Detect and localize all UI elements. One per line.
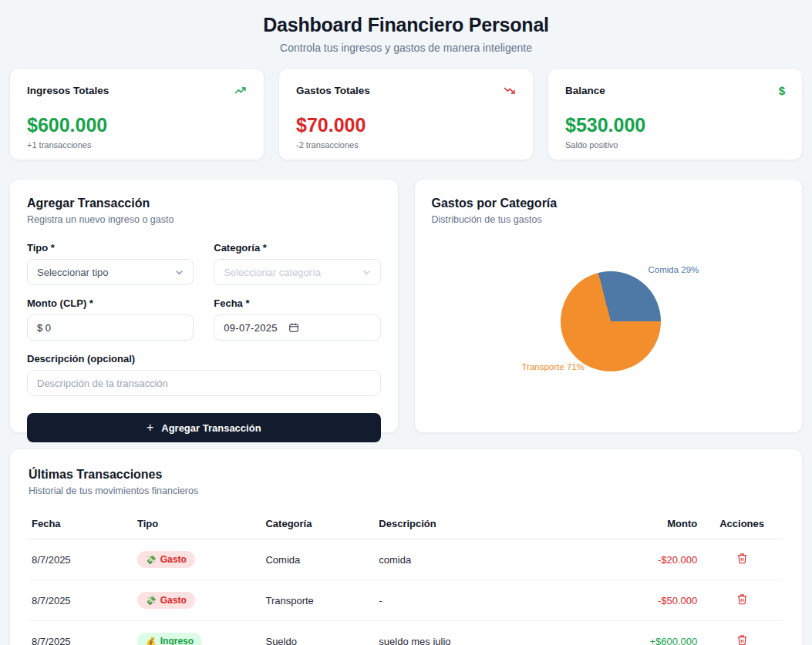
tipo-select[interactable]: Seleccionar tipo	[27, 259, 194, 285]
col-header-categoria: Categoría	[262, 512, 376, 539]
stat-label: Gastos Totales	[296, 85, 370, 96]
pie-label-transporte: Transporte 71%	[522, 362, 585, 371]
cell-acciones	[700, 621, 783, 645]
pie-label-comida: Comida 29%	[649, 265, 699, 274]
cell-categoria: Sueldo	[262, 621, 376, 645]
transactions-card: Últimas Transacciones Historial de tus m…	[9, 448, 803, 645]
col-header-descripcion: Descripción	[376, 512, 609, 539]
trending-down-icon	[503, 84, 516, 97]
pie-graphic[interactable]	[561, 271, 661, 371]
calendar-icon	[288, 322, 299, 333]
trending-up-icon	[234, 84, 247, 97]
trash-icon	[736, 593, 748, 605]
cell-descripcion: sueldo mes julio	[376, 621, 609, 645]
expenses-chart-card: Gastos por Categoría Distribución de tus…	[414, 179, 804, 433]
col-header-acciones: Acciones	[700, 512, 783, 539]
stats-row: Ingresos Totales $600.000 +1 transaccion…	[9, 68, 803, 160]
fecha-value: 09-07-2025	[224, 322, 278, 334]
stat-note: Saldo positivo	[565, 140, 785, 149]
delete-transaction-button[interactable]	[732, 590, 753, 610]
col-header-fecha: Fecha	[29, 512, 134, 539]
add-transaction-card: Agregar Transacción Registra un nuevo in…	[9, 179, 399, 433]
trash-icon	[736, 553, 748, 564]
cell-tipo: 💸 Gasto	[134, 580, 262, 621]
type-badge: 💸 Gasto	[137, 551, 195, 568]
form-title: Agregar Transacción	[27, 197, 381, 210]
type-badge-label: Gasto	[160, 595, 187, 606]
add-transaction-button[interactable]: + Agregar Transacción	[27, 413, 381, 442]
table-row: 8/7/2025 💰 Ingreso Sueldo sueldo mes jul…	[29, 621, 783, 645]
cell-monto: +$600.000	[610, 621, 700, 645]
add-transaction-label: Agregar Transacción	[161, 422, 261, 434]
type-badge: 💰 Ingreso	[137, 633, 202, 645]
dollar-icon: $	[779, 84, 785, 97]
cell-descripcion: -	[376, 580, 609, 621]
stat-label: Balance	[565, 85, 605, 96]
monto-label: Monto (CLP) *	[27, 297, 194, 309]
trash-icon	[736, 634, 748, 645]
cell-fecha: 8/7/2025	[29, 539, 134, 580]
cell-fecha: 8/7/2025	[29, 580, 134, 621]
stat-note: -2 transacciones	[296, 140, 516, 149]
table-row: 8/7/2025 💸 Gasto Comida comida -$20.000	[29, 539, 783, 580]
cell-monto: -$20.000	[610, 539, 700, 580]
descripcion-label: Descripción (opcional)	[27, 353, 381, 364]
type-badge-label: Gasto	[160, 554, 187, 565]
type-emoji-icon: 💸	[146, 555, 157, 565]
fecha-label: Fecha *	[214, 297, 380, 309]
chevron-down-icon	[362, 268, 371, 277]
stat-value: $600.000	[27, 114, 247, 136]
chart-title: Gastos por Categoría	[432, 197, 786, 210]
plus-icon: +	[147, 421, 153, 435]
page-title: Dashboard Financiero Personal	[9, 14, 803, 36]
cell-categoria: Comida	[262, 539, 376, 580]
stat-card-ingresos: Ingresos Totales $600.000 +1 transaccion…	[9, 68, 264, 160]
cell-tipo: 💸 Gasto	[134, 539, 262, 580]
fecha-input[interactable]: 09-07-2025	[214, 314, 380, 341]
type-badge-label: Ingreso	[160, 636, 194, 645]
type-badge: 💸 Gasto	[137, 592, 195, 609]
categoria-select[interactable]: Seleccionar categoría	[214, 259, 380, 285]
cell-fecha: 8/7/2025	[29, 621, 134, 645]
page-subtitle: Controla tus ingresos y gastos de manera…	[9, 42, 803, 54]
chart-subtitle: Distribución de tus gastos	[432, 214, 786, 225]
cell-tipo: 💰 Ingreso	[134, 621, 262, 645]
tipo-label: Tipo *	[27, 242, 194, 254]
chevron-down-icon	[175, 268, 184, 277]
stat-value: $530.000	[565, 114, 785, 136]
transactions-title: Últimas Transacciones	[29, 468, 783, 482]
cell-monto: -$50.000	[610, 580, 700, 621]
cell-acciones	[700, 539, 783, 580]
type-emoji-icon: 💰	[146, 637, 157, 645]
tipo-select-value: Seleccionar tipo	[37, 267, 109, 278]
stat-label: Ingresos Totales	[27, 85, 109, 96]
cell-categoria: Transporte	[262, 580, 376, 621]
transactions-table: Fecha Tipo Categoría Descripción Monto A…	[29, 512, 783, 645]
delete-transaction-button[interactable]	[732, 549, 753, 569]
categoria-select-value: Seleccionar categoría	[224, 267, 321, 278]
stat-value: $70.000	[296, 114, 516, 136]
type-emoji-icon: 💸	[146, 596, 157, 606]
stat-card-balance: Balance $ $530.000 Saldo positivo	[548, 68, 803, 160]
delete-transaction-button[interactable]	[732, 631, 753, 645]
categoria-label: Categoría *	[214, 242, 380, 254]
descripcion-input[interactable]	[27, 370, 381, 396]
col-header-tipo: Tipo	[134, 512, 262, 539]
page-header: Dashboard Financiero Personal Controla t…	[9, 9, 803, 68]
monto-input[interactable]	[27, 314, 194, 341]
stat-note: +1 transacciones	[27, 140, 247, 149]
table-row: 8/7/2025 💸 Gasto Transporte - -$50.000	[29, 580, 783, 621]
col-header-monto: Monto	[610, 512, 700, 539]
cell-descripcion: comida	[376, 539, 609, 580]
table-header-row: Fecha Tipo Categoría Descripción Monto A…	[29, 512, 783, 539]
form-subtitle: Registra un nuevo ingreso o gasto	[27, 214, 381, 225]
stat-card-gastos: Gastos Totales $70.000 -2 transacciones	[278, 68, 534, 160]
transactions-subtitle: Historial de tus movimientos financieros	[29, 485, 783, 496]
cell-acciones	[700, 580, 783, 621]
pie-chart: Comida 29% Transporte 71%	[432, 225, 786, 414]
